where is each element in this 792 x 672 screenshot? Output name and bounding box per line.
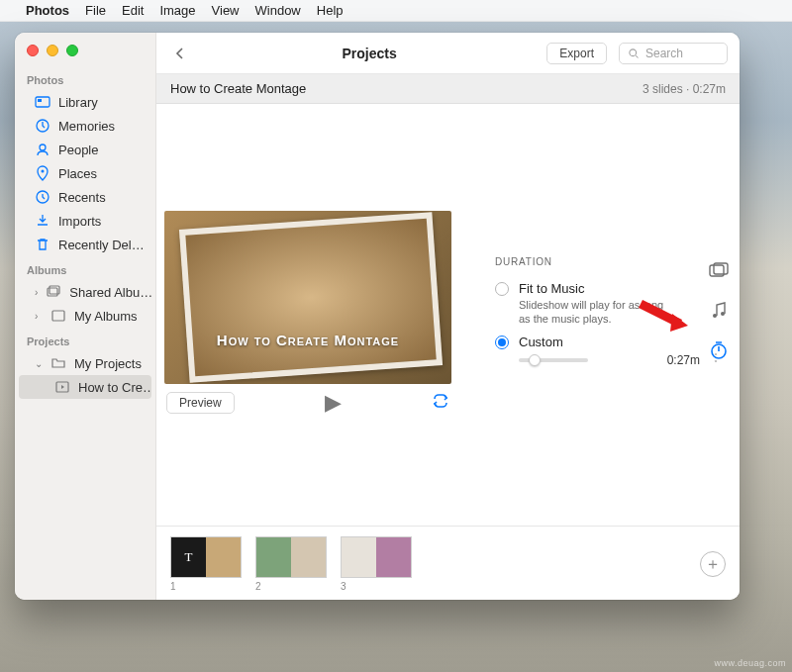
sidebar-item-my-projects[interactable]: ⌄ My Projects	[15, 351, 155, 375]
panel-header: DURATION	[495, 256, 726, 267]
custom-label: Custom	[519, 335, 726, 349]
svg-rect-1	[38, 99, 42, 102]
content: How to Create Montage Preview ▶	[156, 104, 740, 600]
album-icon	[50, 308, 66, 324]
loop-icon[interactable]	[432, 394, 449, 412]
slideshow-preview[interactable]: How to Create Montage	[164, 211, 451, 384]
chevron-left-icon	[173, 47, 187, 60]
photos-window: Photos Library Memories People Places Re…	[15, 33, 740, 600]
sidebar-group-photos: Photos	[15, 66, 155, 90]
music-tab-icon[interactable]	[708, 300, 730, 322]
search-icon	[628, 48, 640, 59]
search-input[interactable]: Search	[619, 43, 728, 64]
theme-tab-icon[interactable]	[708, 260, 730, 282]
sidebar-item-label: People	[58, 143, 98, 157]
sidebar-item-recents[interactable]: Recents	[15, 185, 155, 209]
svg-point-10	[630, 48, 637, 55]
close-button[interactable]	[27, 45, 39, 56]
duration-slider[interactable]	[519, 358, 588, 362]
sidebar-item-label: Recently Del…	[58, 238, 145, 252]
svg-point-3	[40, 144, 46, 150]
play-icon[interactable]: ▶	[325, 390, 342, 416]
sidebar-item-project-how-to-create[interactable]: How to Cre…	[19, 375, 151, 399]
search-placeholder: Search	[645, 47, 683, 60]
menu-edit[interactable]: Edit	[122, 3, 144, 18]
trash-icon	[35, 237, 50, 252]
thumb-number: 1	[170, 581, 242, 592]
main-area: Projects Export Search How to Create Mon…	[156, 33, 740, 600]
sidebar-item-label: Recents	[58, 190, 106, 205]
project-header: How to Create Montage 3 slides · 0:27m	[156, 74, 740, 104]
folder-icon	[50, 355, 66, 371]
sidebar-item-places[interactable]: Places	[15, 161, 155, 185]
svg-rect-8	[52, 311, 64, 321]
annotation-arrow-icon	[637, 300, 692, 334]
sidebar-item-library[interactable]: Library	[15, 90, 155, 114]
sidebar: Photos Library Memories People Places Re…	[15, 33, 156, 600]
chevron-right-icon: ›	[35, 311, 43, 322]
imports-icon	[35, 213, 50, 229]
sidebar-item-label: Memories	[58, 119, 115, 134]
sidebar-item-shared-albums[interactable]: › Shared Albu…	[15, 280, 155, 304]
app-name[interactable]: Photos	[26, 3, 69, 18]
svg-point-13	[713, 314, 717, 318]
menu-window[interactable]: Window	[255, 3, 301, 18]
svg-point-4	[42, 170, 45, 173]
macos-menubar: Photos File Edit Image View Window Help	[0, 0, 792, 22]
sidebar-group-projects: Projects	[15, 328, 155, 351]
shared-album-icon	[46, 284, 61, 300]
add-slide-button[interactable]: ＋	[700, 551, 726, 577]
chevron-down-icon: ⌄	[35, 358, 43, 369]
preview-controls: Preview ▶	[164, 384, 451, 422]
export-button[interactable]: Export	[546, 43, 607, 64]
sidebar-item-label: Places	[58, 166, 97, 181]
slide-thumb-3[interactable]: 3	[341, 536, 412, 592]
places-icon	[35, 165, 50, 181]
slideshow-caption: How to Create Montage	[164, 332, 451, 348]
sidebar-item-my-albums[interactable]: › My Albums	[15, 304, 155, 328]
slide-thumb-1[interactable]: T 1	[170, 536, 242, 592]
sidebar-item-people[interactable]: People	[15, 138, 155, 161]
slide-thumb-2[interactable]: 2	[255, 536, 327, 592]
sidebar-group-albums: Albums	[15, 256, 155, 280]
custom-duration-option[interactable]: Custom 0:27m ˄˅	[495, 335, 726, 367]
toolbar: Projects Export Search	[156, 33, 740, 74]
sidebar-item-memories[interactable]: Memories	[15, 114, 155, 138]
fit-to-music-label: Fit to Music	[519, 281, 677, 296]
thumb-number: 3	[341, 581, 412, 592]
menu-image[interactable]: Image	[159, 3, 195, 18]
filmstrip: T 1 2 3 ＋	[156, 526, 740, 600]
duration-value: 0:27m	[667, 353, 700, 367]
sidebar-item-label: Imports	[58, 214, 101, 229]
sidebar-item-label: My Albums	[74, 309, 138, 324]
chevron-right-icon: ›	[35, 287, 38, 298]
page-title: Projects	[204, 46, 535, 61]
sidebar-item-imports[interactable]: Imports	[15, 209, 155, 233]
preview-button[interactable]: Preview	[166, 392, 235, 414]
preview-column: How to Create Montage Preview ▶	[164, 114, 467, 422]
settings-panel: DURATION Fit to Music Slideshow will pla…	[467, 114, 740, 422]
duration-tab-icon[interactable]	[708, 339, 730, 361]
sidebar-item-label: How to Cre…	[78, 380, 151, 395]
project-meta: 3 slides · 0:27m	[643, 82, 726, 96]
radio-unchecked-icon	[495, 282, 509, 296]
recents-icon	[35, 189, 50, 205]
menu-file[interactable]: File	[85, 3, 106, 18]
menu-help[interactable]: Help	[317, 3, 344, 18]
menu-view[interactable]: View	[212, 3, 240, 18]
stage: How to Create Montage Preview ▶	[156, 104, 740, 422]
library-icon	[35, 94, 50, 110]
back-button[interactable]	[168, 42, 192, 65]
radio-checked-icon	[495, 336, 509, 349]
slideshow-icon	[54, 379, 70, 395]
plus-icon: ＋	[705, 554, 721, 575]
minimize-button[interactable]	[47, 45, 58, 56]
sidebar-item-recently-deleted[interactable]: Recently Del…	[15, 233, 155, 256]
people-icon	[35, 142, 50, 157]
sidebar-item-label: Shared Albu…	[69, 285, 152, 300]
watermark: www.deuag.com	[714, 658, 786, 668]
panel-tabs	[708, 260, 730, 361]
fullscreen-button[interactable]	[66, 45, 78, 56]
window-controls	[15, 41, 155, 66]
svg-point-14	[721, 312, 725, 316]
